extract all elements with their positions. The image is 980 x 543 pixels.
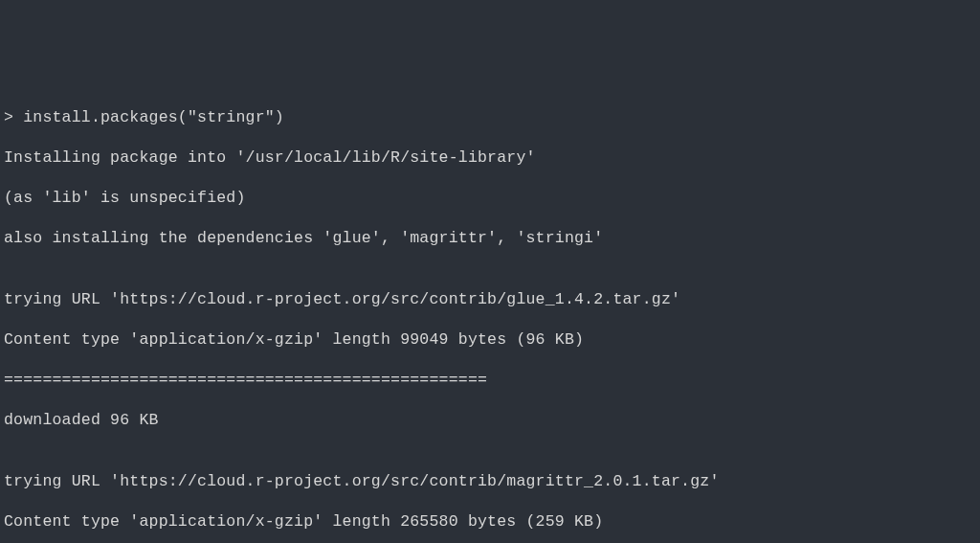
terminal-line: trying URL 'https://cloud.r-project.org/… (4, 289, 976, 309)
terminal-line: Installing package into '/usr/local/lib/… (4, 147, 976, 168)
terminal-line: downloaded 96 KB (4, 410, 976, 430)
terminal-line: trying URL 'https://cloud.r-project.org/… (4, 471, 976, 491)
terminal-line: (as 'lib' is unspecified) (4, 188, 976, 208)
terminal-output[interactable]: > install.packages("stringr") Installing… (4, 86, 976, 543)
terminal-line: ========================================… (4, 370, 976, 390)
terminal-line: Content type 'application/x-gzip' length… (4, 511, 976, 532)
terminal-line: also installing the dependencies 'glue',… (4, 228, 976, 248)
terminal-line: > install.packages("stringr") (4, 107, 976, 127)
terminal-line: Content type 'application/x-gzip' length… (4, 329, 976, 350)
